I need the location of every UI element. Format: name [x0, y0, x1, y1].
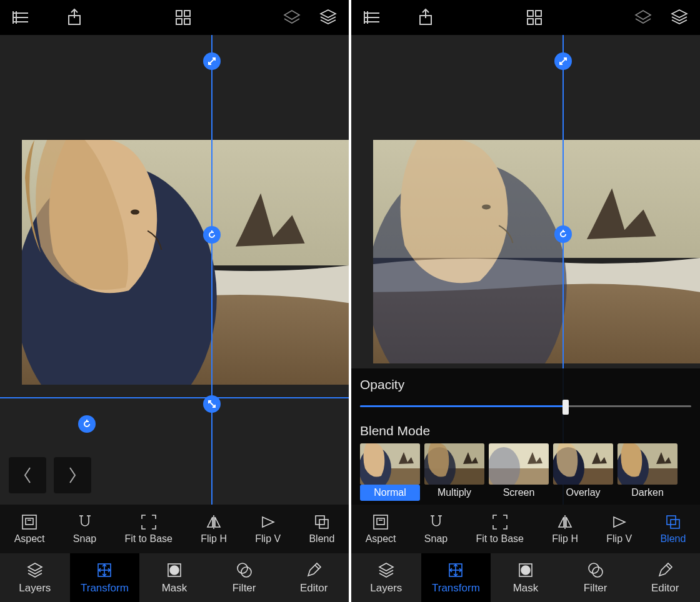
svg-point-29 — [170, 566, 179, 575]
tool-label: Aspect — [366, 533, 396, 545]
svg-rect-43 — [536, 19, 541, 24]
svg-rect-66 — [374, 515, 388, 529]
snap-tool[interactable]: Snap — [73, 513, 96, 545]
svg-rect-25 — [319, 520, 328, 528]
svg-rect-40 — [528, 11, 533, 16]
flip-h-tool[interactable]: Flip H — [552, 513, 578, 545]
canvas-area[interactable] — [0, 35, 349, 505]
svg-rect-19 — [22, 515, 36, 529]
blend-tool[interactable]: Blend — [660, 513, 686, 545]
flip-v-tool[interactable]: Flip V — [255, 513, 281, 545]
list-icon[interactable] — [11, 8, 30, 27]
svg-point-16 — [131, 210, 139, 215]
layer-image[interactable] — [373, 140, 700, 363]
svg-marker-11 — [284, 11, 299, 19]
transform-toolbar: Aspect Snap Fit to Base Flip H Flip V Bl… — [351, 505, 700, 553]
blend-tool[interactable]: Blend — [309, 513, 334, 545]
flip-v-tool[interactable]: Flip V — [606, 513, 632, 545]
blendmode-normal[interactable]: Normal — [360, 443, 420, 501]
canvas-area[interactable]: Opacity Blend Mode Normal Multiply Scree… — [351, 35, 700, 505]
blendmode-darken[interactable]: Darken — [618, 443, 678, 501]
opacity-slider[interactable] — [360, 400, 691, 412]
mode-label: Overlay — [553, 485, 613, 501]
tool-label: Snap — [424, 533, 448, 545]
tab-filter[interactable]: Filter — [561, 553, 631, 602]
svg-marker-44 — [636, 11, 651, 19]
svg-rect-8 — [184, 11, 190, 16]
rotate-handle[interactable] — [203, 226, 221, 244]
tab-label: Mask — [513, 582, 539, 595]
tab-layers[interactable]: Layers — [351, 553, 421, 602]
blendmode-label: Blend Mode — [360, 423, 691, 438]
svg-rect-67 — [377, 518, 384, 525]
prev-button[interactable] — [9, 457, 46, 493]
tool-label: Snap — [73, 533, 96, 545]
svg-marker-26 — [28, 563, 42, 571]
top-toolbar — [0, 0, 349, 35]
scale-handle-top[interactable] — [203, 52, 221, 70]
aspect-tool[interactable]: Aspect — [366, 513, 396, 545]
vertical-guide — [211, 35, 212, 505]
rotate-handle[interactable] — [554, 225, 572, 243]
svg-rect-41 — [536, 11, 541, 16]
tool-label: Flip H — [552, 533, 578, 545]
tool-label: Aspect — [14, 533, 45, 545]
tab-label: Editor — [651, 582, 679, 595]
tab-transform[interactable]: Transform — [421, 553, 491, 602]
blendmode-multiply[interactable]: Multiply — [424, 443, 484, 501]
grid-icon[interactable] — [525, 8, 544, 27]
layers-icon[interactable] — [670, 8, 689, 27]
tab-filter[interactable]: Filter — [209, 553, 279, 602]
slider-thumb[interactable] — [562, 400, 569, 415]
scale-handle-bottom[interactable] — [203, 395, 221, 413]
snap-tool[interactable]: Snap — [424, 513, 448, 545]
tab-label: Filter — [584, 582, 608, 595]
tab-transform[interactable]: Transform — [70, 553, 140, 602]
tab-label: Layers — [19, 582, 51, 595]
horizontal-guide — [0, 397, 349, 398]
fit-to-base-tool[interactable]: Fit to Base — [476, 513, 523, 545]
svg-line-32 — [315, 565, 319, 569]
tab-editor[interactable]: Editor — [279, 553, 349, 602]
svg-point-49 — [482, 204, 491, 209]
tool-label: Flip V — [606, 533, 632, 545]
tab-label: Editor — [300, 582, 328, 595]
top-toolbar — [351, 0, 700, 35]
tab-editor[interactable]: Editor — [630, 553, 700, 602]
mode-label: Screen — [489, 485, 549, 501]
bottom-tabs: Layers Transform Mask Filter Editor — [351, 553, 700, 602]
aspect-tool[interactable]: Aspect — [14, 513, 45, 545]
tab-layers[interactable]: Layers — [0, 553, 70, 602]
tab-label: Filter — [232, 582, 256, 595]
layer-image[interactable] — [22, 140, 349, 385]
tab-label: Transform — [432, 582, 480, 595]
grid-icon[interactable] — [174, 8, 192, 27]
next-button[interactable] — [54, 457, 91, 493]
svg-rect-20 — [26, 518, 33, 525]
bottom-tabs: Layers Transform Mask Filter Editor — [0, 553, 349, 602]
share-icon[interactable] — [65, 8, 84, 27]
share-icon[interactable] — [416, 8, 435, 27]
tool-label: Flip V — [255, 533, 281, 545]
list-icon[interactable] — [362, 8, 381, 27]
tab-mask[interactable]: Mask — [139, 553, 209, 602]
svg-line-79 — [666, 565, 670, 569]
svg-line-17 — [209, 58, 215, 64]
scale-handle-top[interactable] — [554, 52, 572, 70]
flip-h-tool[interactable]: Flip H — [201, 513, 227, 545]
blendmode-overlay[interactable]: Overlay — [553, 443, 613, 501]
transform-toolbar: Aspect Snap Fit to Base Flip H Flip V Bl… — [0, 505, 349, 553]
layer-outline-icon[interactable] — [634, 8, 652, 27]
blendmode-screen[interactable]: Screen — [489, 443, 549, 501]
layers-icon[interactable] — [319, 8, 338, 27]
tab-label: Transform — [81, 582, 129, 595]
undo-handle[interactable] — [78, 415, 96, 433]
layer-outline-icon[interactable] — [282, 8, 301, 27]
tab-mask[interactable]: Mask — [491, 553, 561, 602]
tab-label: Mask — [162, 582, 188, 595]
tool-label: Blend — [660, 533, 686, 545]
mode-label: Normal — [360, 485, 420, 501]
svg-point-76 — [521, 566, 530, 575]
opacity-label: Opacity — [360, 377, 691, 392]
fit-to-base-tool[interactable]: Fit to Base — [124, 513, 172, 545]
